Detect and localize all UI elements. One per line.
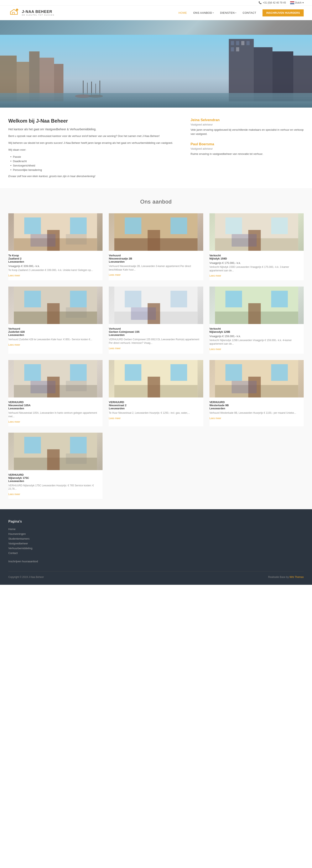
svg-rect-39 (31, 234, 56, 247)
logo-icon (8, 8, 20, 18)
list-item: Daadkracht (10, 160, 178, 163)
welcome-content: Welkom bij J-Naa Beheer Het kantoor als … (8, 118, 178, 178)
advisor-desc-1: Vele jaren ervaring opgebouwd bij versch… (190, 128, 304, 136)
svg-rect-54 (24, 291, 41, 307)
svg-rect-51 (231, 234, 256, 247)
main-nav: HOME ONS AANBOD ▾ DIENSTEN ▾ CONTACT Ins… (179, 9, 304, 17)
svg-rect-21 (231, 47, 234, 52)
svg-rect-45 (148, 230, 160, 251)
list-item: Persoonlijke benadering (10, 168, 178, 172)
nav-item-contact[interactable]: CONTACT (243, 11, 256, 14)
footer-realization-link[interactable]: Wrb Themas (289, 576, 304, 579)
inschrijven-button[interactable]: Inschrijven Huurders (262, 9, 304, 17)
property-desc: Te Huur Nieuwstraat 2, Leeuwarden Huurpr… (109, 411, 203, 415)
property-image (109, 213, 203, 251)
property-desc: Verkocht Nijlsdyk 159D Leeuwarden Vraagp… (210, 265, 304, 272)
property-image (210, 360, 304, 398)
property-card: VERHUURD Nijlansdyk 175C Leeuwarden VERH… (8, 433, 102, 499)
footer-link-vastgoedbeheer[interactable]: Vastgoedbeheer (8, 542, 92, 545)
nav-item-aanbod[interactable]: ONS AANBOD ▾ (193, 11, 214, 14)
lees-meer-link[interactable]: Lees meer (8, 343, 20, 346)
property-city: Leeuwarden (210, 407, 304, 410)
nav-item-home[interactable]: HOME (179, 11, 187, 14)
property-address: Nieuwstraat 2 (109, 404, 203, 407)
property-image (210, 213, 304, 251)
property-price: Vraagprijs € 159.000,- k.k. (210, 335, 304, 338)
property-image (210, 286, 304, 324)
property-card: Verhuurd Zuidvliet 428 Leeuwarden Verhuu… (8, 286, 102, 354)
chevron-down-icon: ▾ (213, 12, 214, 14)
property-status: Verhuurd (109, 254, 203, 257)
footer-link-contact[interactable]: Contact (8, 552, 92, 555)
welcome-title: Welkom bij J-Naa Beheer (8, 118, 178, 124)
lees-meer-link[interactable]: Lees meer (210, 348, 221, 351)
lees-meer-link[interactable]: Lees meer (8, 421, 20, 423)
welcome-list-intro: Wij staan voor: (8, 148, 178, 152)
svg-point-2 (16, 9, 18, 11)
property-city: Leeuwarden (109, 260, 203, 263)
svg-rect-92 (66, 454, 87, 464)
property-address: Nijlsdyk 159D (210, 257, 304, 260)
property-city: Leeuwarden (109, 407, 203, 410)
logo-tagline: DE SLEUTEL TOT SUCCES (22, 14, 55, 16)
property-status: Verkocht (210, 254, 304, 257)
svg-rect-79 (170, 364, 187, 381)
welcome-list: Passie Daadkracht Servicegerichtheid Per… (8, 155, 178, 172)
property-info: Verhuurd Nieuwestraatje 2B Leeuwarden Ve… (109, 251, 203, 280)
lees-meer-link[interactable]: Lees meer (109, 274, 121, 276)
svg-rect-40 (66, 234, 87, 245)
property-desc: Verkocht Nijlansdyk 129B Leeuwarden Vraa… (210, 339, 304, 346)
property-image (109, 286, 203, 324)
phone-number: +31 (0)6 42 40 79 45 (263, 1, 286, 4)
svg-rect-90 (70, 437, 87, 454)
lees-meer-link[interactable]: Lees meer (8, 274, 20, 277)
lees-meer-link[interactable]: Lees meer (210, 274, 221, 277)
svg-rect-86 (231, 381, 256, 393)
welcome-para2: Wij beheren uw sleutel tot een groots su… (8, 141, 178, 145)
svg-rect-17 (231, 41, 234, 45)
property-info: VERHUURD Westerkade 9B Leeuwarden Verhuu… (210, 398, 304, 423)
svg-rect-19 (241, 41, 244, 45)
property-card: Verhuurd Nieuwestraatje 2B Leeuwarden Ve… (109, 213, 203, 281)
svg-rect-60 (125, 291, 142, 307)
footer-link-studentenkamers[interactable]: Studentenkamers (8, 537, 92, 540)
hero-section (0, 20, 312, 107)
advisor-name-1: Jeina Selvendran (190, 118, 304, 122)
property-card: Verkocht Nijlsdyk 159D Vraagprijs € 175.… (210, 213, 304, 281)
aanbod-section: Ons aanbod Te Koop Zaalland 2 Leeuwarden… (0, 188, 312, 509)
property-info: Verhuurd Zuidvliet 428 Leeuwarden Verhuu… (8, 324, 102, 349)
svg-rect-68 (248, 303, 261, 324)
nav-item-diensten[interactable]: DIENSTEN ▾ (220, 11, 236, 14)
advisor-desc-2: Ruime ervaring in vastgoedbeheer van ren… (190, 152, 304, 156)
footer-link-home[interactable]: Home (8, 528, 92, 531)
welcome-intro: Het kantoor als het gaat om Vastgoedbehe… (8, 127, 178, 131)
property-desc: Verhuurd Westerkade 9B, Leeuwarden Huurp… (210, 411, 304, 415)
svg-rect-84 (271, 364, 288, 381)
property-info: VERHUURD Nieuwstraat 2 Leeuwarden Te Huu… (109, 398, 203, 423)
chevron-down-icon: ▾ (235, 12, 237, 14)
property-address: Nijlansdyk 175C (8, 476, 102, 479)
advisor-title-1: Vastgoed adviseur (190, 123, 304, 126)
footer-link-huurwoningen[interactable]: Huurwoningen (8, 532, 92, 535)
welcome-closing: Ervaar zelf hoe een klein kantoor, groot… (8, 175, 178, 178)
property-address: Nieuwestad 105A (8, 404, 102, 407)
footer-inschrijven: Inschrijven huuraaanbod (8, 560, 92, 563)
lees-meer-link[interactable]: Lees meer (109, 417, 121, 420)
lees-meer-link[interactable]: Lees meer (210, 417, 221, 420)
svg-rect-44 (170, 217, 187, 234)
property-status: Verhuurd (8, 327, 102, 330)
property-grid: Te Koop Zaalland 2 Leeuwarden Vraagprijs… (8, 213, 304, 499)
lees-meer-link[interactable]: Lees meer (8, 493, 20, 496)
logo[interactable]: J-NAA BEHEER DE SLEUTEL TOT SUCCES (8, 8, 55, 18)
svg-rect-91 (47, 449, 60, 470)
property-status: VERHUURD (210, 401, 304, 404)
lees-meer-link[interactable]: Lees meer (109, 347, 121, 350)
svg-rect-67 (271, 291, 288, 307)
property-desc: VERHUURD Nijlansdyk 175C Leeuwarden Huur… (8, 484, 102, 491)
svg-rect-56 (47, 303, 60, 324)
language-selector[interactable]: Dutch ▾ (290, 1, 304, 4)
property-card: Te Koop Zaalland 2 Leeuwarden Vraagprijs… (8, 213, 102, 281)
footer-link-verhuurbemiddeling[interactable]: Verhuurbemiddeling (8, 547, 92, 550)
svg-rect-36 (24, 217, 41, 234)
footer-inschrijven-link[interactable]: Inschrijven huuraaanbod (8, 560, 92, 563)
